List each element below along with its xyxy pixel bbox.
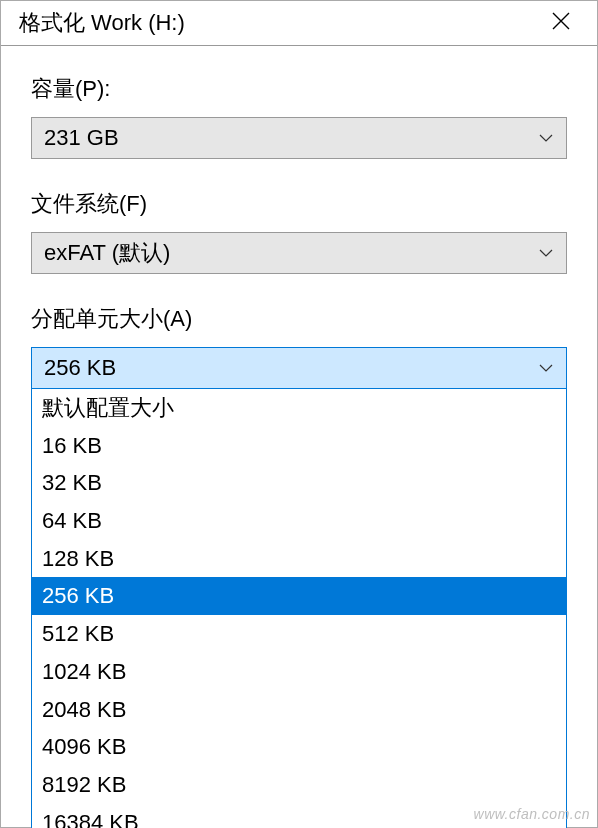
allocation-option[interactable]: 64 KB	[32, 502, 566, 540]
allocation-label: 分配单元大小(A)	[31, 304, 567, 334]
allocation-option[interactable]: 256 KB	[32, 577, 566, 615]
chevron-down-icon	[538, 130, 554, 146]
filesystem-dropdown[interactable]: exFAT (默认)	[31, 232, 567, 274]
watermark-text: www.cfan.com.cn	[474, 806, 590, 822]
content-area: 容量(P): 231 GB 文件系统(F) exFAT (默认) 分配单元大小(…	[1, 46, 597, 828]
allocation-option[interactable]: 32 KB	[32, 464, 566, 502]
allocation-option[interactable]: 4096 KB	[32, 728, 566, 766]
allocation-dropdown[interactable]: 256 KB	[31, 347, 567, 389]
filesystem-value: exFAT (默认)	[44, 238, 538, 268]
chevron-down-icon	[538, 360, 554, 376]
chevron-down-icon	[538, 245, 554, 261]
allocation-option[interactable]: 2048 KB	[32, 691, 566, 729]
close-button[interactable]	[539, 1, 583, 45]
capacity-value: 231 GB	[44, 125, 538, 151]
allocation-option[interactable]: 512 KB	[32, 615, 566, 653]
titlebar: 格式化 Work (H:)	[1, 1, 597, 46]
capacity-dropdown[interactable]: 231 GB	[31, 117, 567, 159]
close-icon	[552, 10, 570, 36]
window-title: 格式化 Work (H:)	[19, 8, 539, 38]
allocation-option[interactable]: 16 KB	[32, 427, 566, 465]
filesystem-label: 文件系统(F)	[31, 189, 567, 219]
allocation-option[interactable]: 8192 KB	[32, 766, 566, 804]
allocation-value: 256 KB	[44, 355, 538, 381]
allocation-options-list: 默认配置大小16 KB32 KB64 KB128 KB256 KB512 KB1…	[31, 388, 567, 828]
capacity-label: 容量(P):	[31, 74, 567, 104]
allocation-option[interactable]: 默认配置大小	[32, 389, 566, 427]
format-dialog: 格式化 Work (H:) 容量(P): 231 GB 文件系统(F) exFA…	[0, 0, 598, 828]
allocation-option[interactable]: 1024 KB	[32, 653, 566, 691]
allocation-option[interactable]: 128 KB	[32, 540, 566, 578]
